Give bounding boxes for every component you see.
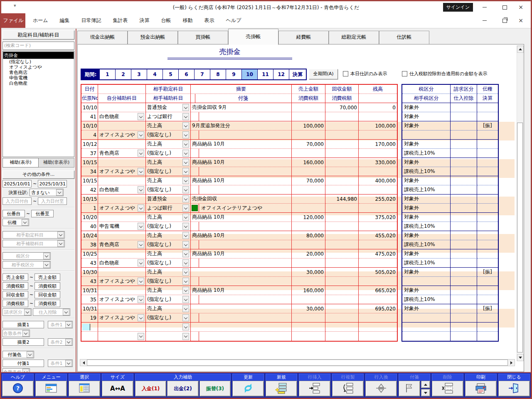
dropdown-icon[interactable] xyxy=(138,241,144,248)
fusen-flag-box[interactable] xyxy=(191,259,199,267)
cell-date[interactable]: 10/25 xyxy=(81,249,98,259)
cell-date[interactable]: 10/30 xyxy=(81,268,98,277)
deposit-button[interactable]: 入金(1) xyxy=(135,381,166,397)
cell-voucher-no[interactable]: 38 xyxy=(81,240,98,249)
cell-collect[interactable] xyxy=(325,158,359,167)
cell-sales[interactable]: 120,000 xyxy=(292,213,325,222)
summary1-filter-text[interactable]: 摘要1 xyxy=(2,321,44,328)
dropdown-icon[interactable] xyxy=(182,113,189,120)
cell-self-subaccount[interactable]: 青色商店 xyxy=(98,240,146,249)
fusen-flag-box[interactable] xyxy=(191,240,199,249)
select-button[interactable] xyxy=(69,381,100,397)
search-code-input[interactable]: (検索コード) xyxy=(2,42,74,50)
dropdown-icon[interactable] xyxy=(27,351,33,358)
cell-voucher-no[interactable]: 34 xyxy=(81,167,98,176)
vertical-scrollbar[interactable] xyxy=(517,45,523,361)
cell-tax-class[interactable]: 対象外 xyxy=(402,195,451,204)
collect-tax-amount-range-to[interactable]: 消費税額 xyxy=(34,300,60,307)
sales-tax-amount-range-to[interactable]: 消費税額 xyxy=(34,282,60,290)
cell-self-subaccount[interactable]: オフィスよつや xyxy=(98,167,146,176)
cell-sales[interactable] xyxy=(292,323,325,332)
child-minimize-icon[interactable] xyxy=(475,13,494,28)
cell-counter-account[interactable] xyxy=(146,323,191,332)
cell-fusen[interactable] xyxy=(191,131,292,140)
period-button-4[interactable]: 4 xyxy=(147,69,163,79)
cell-sales[interactable] xyxy=(292,103,325,112)
dropdown-icon[interactable] xyxy=(65,339,72,345)
cell-voucher-no[interactable]: 1 xyxy=(81,204,98,213)
dropdown-icon[interactable] xyxy=(182,168,189,175)
cell-self-subaccount[interactable]: 白色物産 xyxy=(98,185,146,195)
cell-sales[interactable]: 70,000 xyxy=(292,140,325,149)
cell-self-subaccount[interactable]: オフィスよつや xyxy=(98,313,146,323)
cell-counter-subaccount[interactable]: (指定なし) xyxy=(146,222,191,231)
cell-fusen[interactable] xyxy=(191,240,292,249)
cell-counter-subaccount[interactable]: (指定なし) xyxy=(146,295,191,304)
dropdown-icon[interactable] xyxy=(138,204,144,212)
dropdown-icon[interactable] xyxy=(65,321,72,328)
cell-fusen[interactable] xyxy=(191,295,292,304)
menu-button[interactable] xyxy=(35,381,67,397)
dropdown-icon[interactable] xyxy=(138,259,144,266)
billing-purchase-selects-deduction[interactable]: 仕入控除 xyxy=(33,308,70,316)
cell-counter-tax-class[interactable]: 課税売上10% xyxy=(402,167,451,176)
cell-summary[interactable]: 商品納品 10月 xyxy=(191,249,292,259)
dropdown-icon[interactable] xyxy=(138,186,144,193)
cell-counter-tax-class[interactable] xyxy=(402,313,451,323)
dropdown-icon[interactable] xyxy=(182,278,189,285)
menu-item-7[interactable]: 移動 xyxy=(183,17,193,24)
refresh-button[interactable] xyxy=(232,381,264,397)
cell-sales[interactable]: 30,000 xyxy=(292,268,325,277)
cell-sales[interactable] xyxy=(292,195,325,204)
fusen-flag-box[interactable] xyxy=(191,131,199,139)
dropdown-icon[interactable] xyxy=(43,261,50,268)
cell-counter-account[interactable]: 売上高 xyxy=(146,268,191,277)
cell-fusen[interactable] xyxy=(191,185,292,195)
input-date-range-from[interactable]: 入力日付自 xyxy=(2,197,32,205)
scroll-left-icon[interactable] xyxy=(80,360,87,366)
cell-summary[interactable]: 商品納品 10月 xyxy=(191,158,292,167)
scroll-up-icon[interactable] xyxy=(517,46,524,53)
dropdown-icon[interactable] xyxy=(56,189,63,196)
cell-collect[interactable] xyxy=(325,304,359,313)
fusen1-filter-text[interactable]: 付箋1 xyxy=(2,360,44,367)
cell-counter-tax-class[interactable]: 課税売上10% xyxy=(402,259,451,268)
all-period-button[interactable]: 全期間(A) xyxy=(309,69,338,79)
dropdown-icon[interactable] xyxy=(182,305,189,312)
period-settlement-button[interactable]: 決算 xyxy=(289,69,306,79)
cell-date[interactable]: 10/31 xyxy=(81,286,98,295)
cell-voucher-no[interactable]: 43 xyxy=(81,277,98,286)
fusen-flag-box[interactable] xyxy=(191,204,199,212)
dropdown-icon[interactable] xyxy=(182,150,189,157)
cell-summary[interactable]: 売掛金回収 xyxy=(191,195,292,204)
close-icon[interactable]: × xyxy=(512,1,530,13)
sales-amount-range-from[interactable]: 売上金額 xyxy=(2,273,28,281)
cell-collect[interactable] xyxy=(325,249,359,259)
dropdown-icon[interactable] xyxy=(22,330,29,337)
cell-fusen[interactable] xyxy=(191,112,292,121)
menu-item-4[interactable]: 集計表 xyxy=(113,17,128,24)
match-condition-1[interactable]: 合致条件 xyxy=(2,330,30,337)
cell-date[interactable]: 10/10 xyxy=(81,103,98,112)
summary1-filter-cond[interactable]: 条件1 xyxy=(48,321,73,328)
cell-collect[interactable] xyxy=(325,231,359,240)
cell-counter-account[interactable]: 売上高 xyxy=(146,231,191,240)
size-button[interactable]: A↔A xyxy=(102,381,133,397)
cell-fusen[interactable] xyxy=(191,332,292,341)
cell-summary[interactable] xyxy=(191,304,292,313)
scroll-right-icon[interactable] xyxy=(508,360,515,366)
scroll-down-icon[interactable] xyxy=(517,354,524,361)
cell-date[interactable]: 10/15 xyxy=(81,176,98,185)
sales-tax-amount-range-from[interactable]: 消費税額 xyxy=(2,282,28,290)
dropdown-icon[interactable] xyxy=(22,219,28,226)
menu-item-3[interactable]: 日常簿記 xyxy=(81,17,101,24)
fusen-flag-box[interactable] xyxy=(191,167,199,176)
dropdown-icon[interactable] xyxy=(182,241,189,248)
dropdown-icon[interactable] xyxy=(138,314,144,321)
dropdown-icon[interactable] xyxy=(43,253,50,259)
cell-summary[interactable] xyxy=(191,268,292,277)
period-button-10[interactable]: 10 xyxy=(241,69,257,79)
cell-sales[interactable]: 160,000 xyxy=(292,158,325,167)
cell-self-subaccount[interactable] xyxy=(98,332,146,341)
dropdown-icon[interactable] xyxy=(138,113,144,120)
